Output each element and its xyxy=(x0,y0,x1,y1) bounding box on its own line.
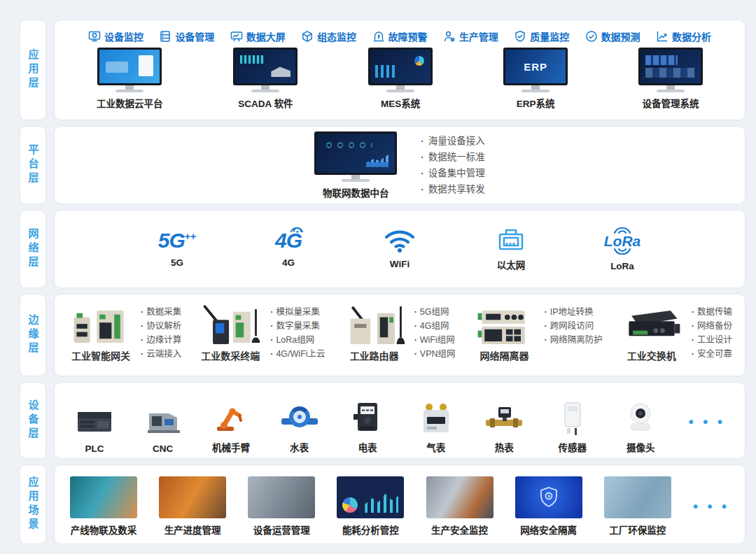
device-monitoring-icon xyxy=(88,30,101,43)
monitor-image-cloud xyxy=(97,48,162,92)
feature-production-management: 生产管理 xyxy=(443,29,498,43)
platform-bullet-list: 海量设备接入 数据统一标准 设备集中管理 数据共享转发 xyxy=(421,133,485,197)
device-sensor: 传感器 xyxy=(552,390,593,454)
device-gas-meter: 气表 xyxy=(416,390,456,454)
network-security-image xyxy=(515,476,582,518)
application-layer-card: 设备监控 设备管理 数据大屏 组态监控 故障预警 生产管理 xyxy=(54,20,746,120)
device-management-icon xyxy=(159,30,172,43)
network-item-4g: 4G 4G xyxy=(267,230,309,268)
platform-bullet: 海量设备接入 xyxy=(421,133,485,149)
system-mes: MES系统 xyxy=(368,48,433,110)
system-device-management: 设备管理系统 xyxy=(638,48,703,110)
device-cnc: CNC xyxy=(143,390,183,454)
edge-group-gateway: 工业智能网关 数据采集 协议解析 边缘计算 云端接入 xyxy=(67,304,181,362)
edge-bullets: 数据采集 协议解析 边缘计算 云端接入 xyxy=(141,304,181,362)
platform-group: 物联网数据中台 海量设备接入 数据统一标准 设备集中管理 数据共享转发 xyxy=(55,127,745,204)
feature-label: 故障预警 xyxy=(388,29,428,43)
data-bigscreen-icon xyxy=(230,30,243,43)
edge-group-switch: 工业交换机 数据传输 网络备份 工业设计 安全可靠 xyxy=(618,304,732,362)
production-progress-image xyxy=(159,476,226,518)
monitor-image-iot xyxy=(314,132,397,182)
heat-meter-image xyxy=(484,400,524,436)
plc-image xyxy=(74,404,115,440)
platform-layer-row: 平台层 物联网数据中台 海量设备接入 数据统一标准 设备集中管理 数据共享转发 xyxy=(20,126,746,204)
5g-logo-icon: 5G++ xyxy=(158,230,196,251)
edge-device-name: 网络隔离器 xyxy=(480,348,529,362)
feature-row: 设备监控 设备管理 数据大屏 组态监控 故障预警 生产管理 xyxy=(55,20,745,45)
forecast-circle-icon xyxy=(585,30,598,43)
layer-label-text: 边缘层 xyxy=(28,314,38,356)
water-meter-image xyxy=(279,400,320,436)
platform-system-name: 物联网数据中台 xyxy=(323,185,389,199)
device-robot-arm: 机械手臂 xyxy=(211,390,251,454)
monitor-image-erp: ERP xyxy=(503,48,568,92)
alarm-icon xyxy=(372,30,385,43)
feature-label: 生产管理 xyxy=(459,29,498,43)
industrial-gateway-image xyxy=(67,304,134,347)
network-item-wifi: WiFi xyxy=(379,229,421,269)
scenario-energy-analysis: 能耗分析管控 xyxy=(337,476,404,537)
scenario-production-progress: 生产进度管理 xyxy=(159,476,226,537)
iot-data-platform: 物联网数据中台 xyxy=(314,132,397,199)
erp-screen-text: ERP xyxy=(524,61,547,73)
edge-group-daq-terminal: 工业数采终端 模拟量采集 数字量采集 LoRa组网 4G/WiFi上云 xyxy=(197,304,325,362)
feature-label: 设备管理 xyxy=(175,29,214,43)
monitor-image-scada xyxy=(233,48,298,92)
edge-device-name: 工业数采终端 xyxy=(201,348,260,362)
security-shield-icon xyxy=(539,486,559,509)
configuration-cube-icon xyxy=(301,30,314,43)
device-heat-meter: 热表 xyxy=(484,390,524,454)
feature-data-analysis: 数据分析 xyxy=(656,29,711,43)
sensor-image xyxy=(552,400,593,436)
edge-device-name: 工业智能网关 xyxy=(71,348,130,362)
equipment-operation-image xyxy=(248,476,315,518)
trend-chart-icon xyxy=(656,30,668,43)
layer-label-platform: 平台层 xyxy=(20,126,46,204)
device-electric-meter: 电表 xyxy=(347,390,388,454)
layer-label-scenario: 应用场景 xyxy=(20,464,46,544)
device-layer-row: 设备层 PLC CNC 机械手臂 水表 电表 xyxy=(20,382,746,459)
scenario-production-line-iot: 产线物联及数采 xyxy=(70,476,137,537)
layer-label-app: 应用层 xyxy=(20,20,46,120)
device-layer-card: PLC CNC 机械手臂 水表 电表 气表 xyxy=(54,382,746,459)
feature-device-management: 设备管理 xyxy=(159,29,214,43)
layer-label-edge: 边缘层 xyxy=(20,294,46,376)
ethernet-port-icon xyxy=(497,227,525,251)
platform-layer-card: 物联网数据中台 海量设备接入 数据统一标准 设备集中管理 数据共享转发 xyxy=(54,126,746,204)
feature-label: 设备监控 xyxy=(104,29,144,43)
camera-image xyxy=(620,400,661,436)
network-item-label: 5G xyxy=(171,257,183,268)
wifi-icon xyxy=(384,229,416,253)
energy-analysis-image xyxy=(337,476,404,518)
more-devices-dots: • • • xyxy=(689,414,725,430)
feature-quality-monitoring: 质量监控 xyxy=(514,29,569,43)
scenario-factory-environment: 工厂环保监控 xyxy=(604,476,671,537)
feature-data-bigscreen: 数据大屏 xyxy=(230,29,286,43)
platform-bullet: 数据共享转发 xyxy=(421,181,485,197)
edge-layer-card: 工业智能网关 数据采集 协议解析 边缘计算 云端接入 xyxy=(54,294,746,376)
lora-logo-icon: LoRa xyxy=(604,227,641,255)
layer-label-device: 设备层 xyxy=(20,382,46,459)
device-camera: 摄像头 xyxy=(620,390,661,454)
shield-check-icon xyxy=(514,30,526,43)
network-item-label: 4G xyxy=(282,257,295,268)
scenario-equipment-operation: 设备运营管理 xyxy=(248,476,315,537)
monitor-image-dms xyxy=(638,48,703,92)
person-gear-icon xyxy=(443,30,456,43)
system-erp: ERP ERP系统 xyxy=(503,48,568,110)
industrial-switch-image xyxy=(618,304,685,347)
system-name: 设备管理系统 xyxy=(643,96,699,110)
feature-label: 质量监控 xyxy=(530,29,569,43)
feature-label: 数据大屏 xyxy=(246,29,286,43)
system-name: SCADA 软件 xyxy=(238,96,293,110)
feature-data-forecast: 数据预测 xyxy=(585,29,640,43)
device-water-meter: 水表 xyxy=(279,390,320,454)
scenario-network-security: 网络安全隔离 xyxy=(515,476,582,537)
network-layer-row: 网络层 5G++ 5G 4G 4G WiFi 以太网 xyxy=(20,210,746,288)
layer-label-text: 平台层 xyxy=(28,144,38,186)
network-items-row: 5G++ 5G 4G 4G WiFi 以太网 Lo xyxy=(55,211,745,287)
feature-device-monitoring: 设备监控 xyxy=(88,29,144,43)
gas-meter-image xyxy=(416,400,456,436)
robot-arm-image xyxy=(211,400,251,436)
edge-device-name: 工业交换机 xyxy=(627,348,676,362)
